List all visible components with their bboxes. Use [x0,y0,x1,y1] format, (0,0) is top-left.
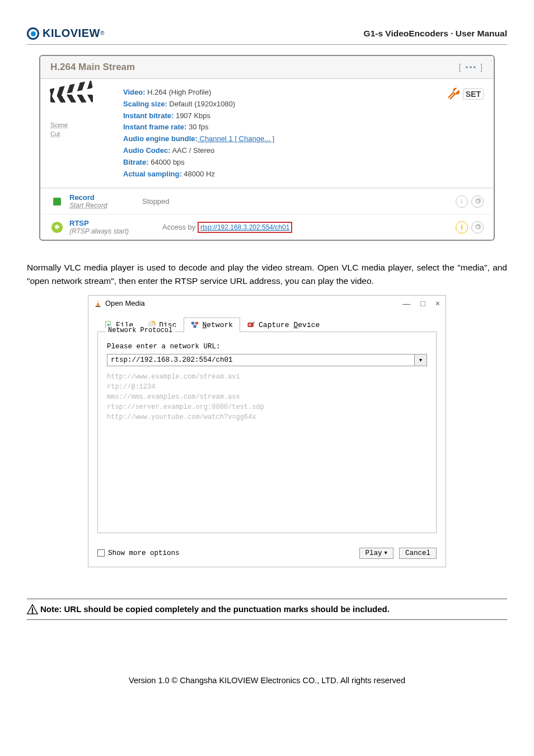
rtsp-title: RTSP [69,219,129,227]
note-text: Note: URL should be copied completely an… [40,604,390,614]
body-paragraph: Normally VLC media player is used to dec… [27,261,507,287]
network-icon [191,321,199,329]
change-link[interactable]: [ Change... ] [233,134,274,143]
vlc-cone-icon [94,300,102,307]
svg-rect-10 [195,322,198,324]
audio-codec-key: Audio Codec: [123,146,171,155]
close-button[interactable]: × [435,299,440,308]
header-title: G1-s VideoEncoders · User Manual [364,29,507,39]
hint-line: rtp://@:1234 [107,382,427,392]
url-input[interactable] [107,354,415,366]
video-key: Video: [123,88,146,96]
record-status: Stopped [109,197,456,206]
sampling-key: Actual sampling: [123,170,182,178]
svg-rect-14 [254,322,255,324]
warning-icon [27,604,38,615]
svg-rect-11 [194,325,196,328]
gear-icon[interactable] [471,195,484,208]
logo-text: KILOVIEW [43,27,100,40]
tools-icon [446,87,461,101]
vlc-title-text: Open Media [105,299,145,307]
capture-icon [247,321,255,329]
svg-rect-4 [96,306,101,307]
group-legend: Network Protocol [106,326,175,334]
vlc-dialog: Open Media — □ × File Disc [88,295,446,567]
sampling-val: 48000 Hz [182,170,215,178]
record-title: Record [69,193,109,202]
gear-icon[interactable] [471,221,484,234]
bitrate-val: 64000 bps [149,158,185,166]
checkbox-icon [97,549,105,557]
record-row: Record Start Record Stopped i [40,188,494,214]
scaling-val: Default (1920x1080) [167,100,235,108]
set-button[interactable]: SET [446,87,484,101]
scene-link[interactable]: Scene [50,122,123,128]
tab-network[interactable]: Network [184,318,240,332]
start-record-link[interactable]: Start Record [69,202,107,209]
rtsp-subtitle: (RTSP always start) [69,227,129,235]
instant-frame-key: Instant frame rate: [123,123,186,131]
play-button[interactable]: Play▼ [359,548,394,559]
cut-link[interactable]: Cut [50,130,123,137]
url-prompt: Please enter a network URL: [107,343,427,351]
svg-point-8 [151,324,153,326]
cancel-button[interactable]: Cancel [399,548,437,559]
rtsp-url-link[interactable]: rtsp://192.168.3.202:554/ch01 [198,222,292,233]
chevron-down-icon: ▼ [385,550,387,556]
rtsp-row: RTSP (RTSP always start) Access by rtsp:… [40,214,494,240]
show-more-checkbox[interactable]: Show more options [97,549,180,557]
video-val: H.264 (High Profile) [146,88,212,96]
hint-line: http://www.yourtube.com/watch?v=gg64x [107,412,427,422]
page-header: KILOVIEW ® G1-s VideoEncoders · User Man… [27,0,507,45]
audio-engine-link[interactable]: Channel 1 [198,134,233,143]
scaling-key: Scaling size: [123,100,167,108]
hint-line: http://www.example.com/stream.avi [107,372,427,382]
more-icon[interactable]: [ ••• ] [459,63,484,72]
minimize-button[interactable]: — [402,299,410,308]
info-icon-active[interactable]: i [456,221,468,234]
svg-point-13 [249,324,251,326]
registered-mark: ® [100,30,104,36]
tab-capture[interactable]: Capture Device [240,318,327,332]
stream-info: Video: H.264 (High Profile) Scaling size… [123,87,439,180]
network-protocol-group: Network Protocol Please enter a network … [97,332,437,533]
record-icon [50,195,64,208]
logo-icon [27,27,39,40]
svg-rect-3 [97,302,99,303]
clapper-icon [50,89,93,119]
maximize-button[interactable]: □ [420,299,425,308]
svg-rect-0 [53,198,61,206]
panel-header: H.264 Main Stream [ ••• ] [40,56,494,79]
rtsp-icon [50,221,64,234]
svg-rect-9 [191,322,194,324]
instant-frame-val: 30 fps [186,123,208,131]
info-icon[interactable]: i [456,195,468,208]
set-label: SET [463,88,484,100]
instant-bitrate-val: 1907 Kbps [174,111,210,120]
svg-marker-2 [96,300,99,306]
logo: KILOVIEW ® [27,27,104,40]
instant-bitrate-key: Instant bitrate: [123,111,174,120]
bitrate-key: Bitrate: [123,158,149,166]
encoder-panel: H.264 Main Stream [ ••• ] Scene Cut Vide… [39,55,495,241]
clapper-column: Scene Cut [50,87,123,137]
panel-title: H.264 Main Stream [50,62,135,73]
hint-line: mms://mms.examples.com/stream.asx [107,392,427,402]
audio-engine-key: Audio engine bundle: [123,134,198,143]
note-callout: Note: URL should be copied completely an… [27,599,507,620]
access-by-label: Access by [162,223,195,231]
page-footer: Version 1.0 © Changsha KILOVIEW Electron… [27,676,507,716]
audio-codec-val: AAC / Stereo [171,146,215,155]
dropdown-button[interactable]: ▾ [415,354,427,366]
url-hints: http://www.example.com/stream.avi rtp://… [107,372,427,422]
hint-line: rtsp://server.example.org:8080/test.sdp [107,402,427,412]
